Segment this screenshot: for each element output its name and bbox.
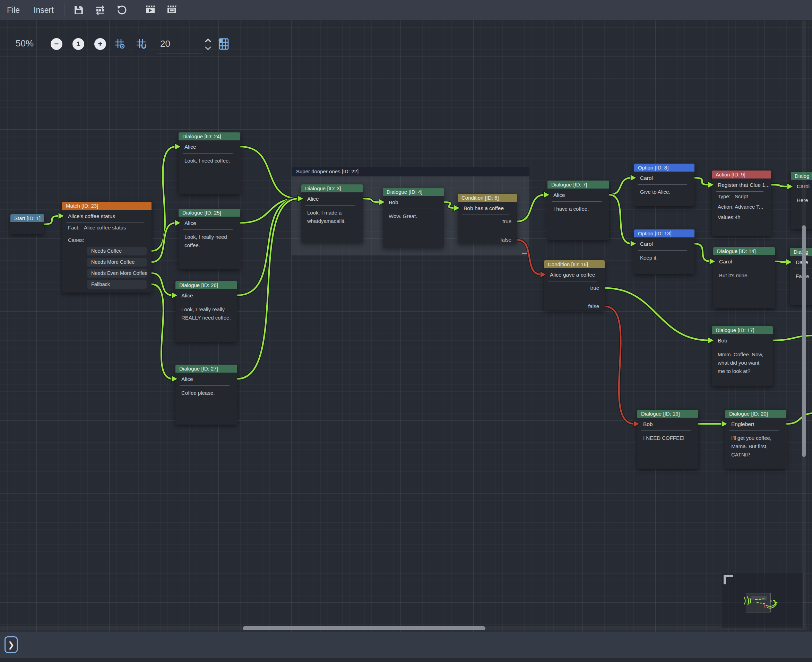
graph-node-option-8[interactable]: Option [ID: 8]CarolGive to Alice.: [634, 164, 695, 206]
node-title[interactable]: Dialogue [ID: 14]: [713, 247, 775, 255]
node-title[interactable]: Option [ID: 8]: [634, 164, 695, 172]
node-title[interactable]: Dialogue [ID: 4]: [383, 188, 444, 196]
node-title[interactable]: Dialogue [ID: 20]: [725, 410, 786, 418]
menu-bar: File Insert: [0, 0, 812, 21]
menubar-separator: [136, 3, 136, 17]
graph-node-dialogue-19[interactable]: Dialogue [ID: 19]BobI NEED COFFEE!: [637, 410, 698, 469]
match-fact-row: Fact:Alice coffee status: [62, 223, 151, 232]
graph-node-dialogue-27[interactable]: Dialogue [ID: 27]AliceCoffee please.: [175, 365, 237, 424]
save-icon[interactable]: [72, 4, 85, 16]
menubar-separator: [64, 3, 64, 17]
graph-node-dialogue-17[interactable]: Dialogue [ID: 17]BobMmm. Coffee. Now,wha…: [712, 326, 773, 386]
graph-node-dialogue-24[interactable]: Dialogue [ID: 24]AliceLook, I need coffe…: [178, 132, 240, 194]
minimap-viewport-rect[interactable]: [746, 593, 771, 612]
menu-file[interactable]: File: [0, 0, 27, 20]
graph-node-match-23[interactable]: Match [ID: 23]Alice's coffee statusFact:…: [62, 202, 151, 292]
node-character: Carol: [634, 238, 695, 250]
translate-icon[interactable]: [94, 4, 106, 16]
node-title[interactable]: Dialogue [ID: 24]: [178, 132, 240, 140]
match-case-2[interactable]: Needs More Coffee: [87, 258, 147, 267]
movie-clip-icon[interactable]: [166, 4, 178, 16]
minimap-camera-corner: [724, 575, 733, 584]
graph-node-dialogue-26[interactable]: Dialogue [ID: 26]AliceLook, I really rea…: [175, 281, 237, 342]
graph-node-dialogue-14[interactable]: Dialogue [ID: 14]CarolBut it's mine.: [713, 247, 775, 308]
node-separator: [716, 191, 764, 192]
node-body: BobMmm. Coffee. Now,what did you wantme …: [712, 334, 773, 386]
zoom-reset-button[interactable]: 1: [72, 38, 84, 50]
snap-spin-down-icon[interactable]: [204, 45, 212, 51]
graph-minimap[interactable]: [722, 573, 804, 628]
node-character: Alice: [301, 192, 363, 205]
node-body: AliceLook. I made awhatdyamacallit.: [301, 192, 363, 243]
undo-icon[interactable]: [116, 4, 128, 16]
graph-node-dialogue-3[interactable]: Dialogue [ID: 3]AliceLook. I made awhatd…: [301, 185, 363, 243]
node-character: Alice gave a coffee: [544, 268, 605, 281]
node-body: [10, 222, 44, 234]
node-character: Alice: [178, 217, 240, 230]
toggle-grid-icon[interactable]: [112, 34, 128, 53]
match-case-1[interactable]: Needs Coffee: [87, 247, 147, 255]
node-title[interactable]: Start [ID: 1]: [10, 214, 44, 222]
node-title[interactable]: Dialogue [ID: 3]: [301, 185, 363, 192]
node-body: Alice's coffee statusFact:Alice coffee s…: [62, 210, 151, 292]
node-character: Dave: [790, 256, 812, 268]
toggle-minimap-icon[interactable]: [215, 36, 232, 52]
zoom-out-button[interactable]: −: [51, 38, 63, 50]
condition-true-label: true: [544, 283, 605, 292]
node-character: Alice: [175, 289, 237, 302]
snap-to-grid-icon[interactable]: [133, 34, 149, 53]
node-title[interactable]: Action [ID: 9]: [712, 170, 771, 178]
zoom-level-label: 50%: [16, 38, 34, 49]
graph-node-dialogue-25[interactable]: Dialogue [ID: 25]AliceLook, I really nee…: [178, 209, 240, 269]
node-title[interactable]: Dialogue [ID: 19]: [637, 410, 698, 418]
vertical-scrollbar-thumb[interactable]: [802, 225, 806, 457]
graph-node-dialogue-right-dave[interactable]: DialogDaveFair e: [790, 248, 812, 305]
node-text: I have a coffee.: [547, 202, 609, 213]
play-scene-icon[interactable]: [144, 4, 157, 16]
expand-panel-button[interactable]: ❯: [5, 636, 18, 653]
node-title[interactable]: Dialogue [ID: 25]: [178, 209, 240, 217]
menu-insert[interactable]: Insert: [27, 0, 61, 20]
node-title[interactable]: Dialogue [ID: 7]: [547, 181, 609, 188]
graph-node-condition-16[interactable]: Condition [ID: 16]Alice gave a coffeetru…: [544, 260, 605, 310]
node-title[interactable]: Dialog: [790, 248, 812, 256]
node-character: Alice: [175, 373, 237, 386]
graph-node-dialogue-7[interactable]: Dialogue [ID: 7]AliceI have a coffee.: [547, 181, 609, 240]
graph-node-condition-6[interactable]: Condition [ID: 6]Bob has a coffeetruefal…: [458, 194, 517, 243]
snap-distance-input[interactable]: 20: [160, 39, 170, 49]
node-title[interactable]: Dialogue [ID: 17]: [712, 326, 773, 334]
graph-node-start-1[interactable]: Start [ID: 1]: [10, 214, 44, 234]
vertical-scrollbar-track[interactable]: [802, 20, 806, 626]
node-title[interactable]: Condition [ID: 16]: [544, 260, 605, 268]
node-character: Register that Clue 1...: [712, 178, 771, 191]
node-text: Wow. Great.: [383, 209, 444, 220]
node-body: AliceI have a coffee.: [547, 188, 609, 240]
node-body: BobWow. Great.: [383, 196, 444, 247]
graph-node-dialogue-20[interactable]: Dialogue [ID: 20]EnglebertI'll get you c…: [725, 410, 786, 469]
node-title[interactable]: Option [ID: 13]: [634, 230, 695, 238]
horizontal-scrollbar-track[interactable]: [0, 626, 807, 630]
node-character: Carol: [634, 172, 695, 185]
node-text: I NEED COFFEE!: [637, 431, 698, 442]
snap-spin-up-icon[interactable]: [204, 37, 212, 43]
match-case-3[interactable]: Needs Even More Coffee: [87, 269, 147, 278]
zoom-in-button[interactable]: +: [94, 38, 106, 50]
node-text: Mmm. Coffee. Now,what did you wantme to …: [712, 347, 773, 375]
node-body: Bob has a coffeetruefalse: [458, 202, 517, 243]
node-title[interactable]: Condition [ID: 6]: [458, 194, 517, 202]
node-title[interactable]: Match [ID: 23]: [62, 202, 151, 210]
node-title[interactable]: Dialogue [ID: 26]: [175, 281, 237, 289]
horizontal-scrollbar-thumb[interactable]: [243, 626, 486, 630]
node-character: Bob: [637, 418, 698, 431]
graph-node-action-9[interactable]: Action [ID: 9]Register that Clue 1...Typ…: [712, 170, 771, 236]
match-case-4[interactable]: Fallback: [87, 280, 147, 289]
graph-node-option-13[interactable]: Option [ID: 13]CarolKeep it.: [634, 230, 695, 274]
graph-node-dialogue-4[interactable]: Dialogue [ID: 4]BobWow. Great.: [383, 188, 444, 247]
graph-canvas[interactable]: Super dooper ones [ID: 22] Start [ID: 1]…: [0, 20, 812, 632]
node-body: AliceLook, I need coffee.: [178, 140, 240, 194]
bottom-panel: ❯: [0, 632, 812, 662]
node-title[interactable]: Dialogue [ID: 27]: [175, 365, 237, 373]
node-text: Look, I need coffee.: [178, 154, 240, 165]
node-body: AliceLook, I really reallyREALLY need co…: [175, 289, 237, 342]
condition-false-label: false: [544, 302, 605, 310]
